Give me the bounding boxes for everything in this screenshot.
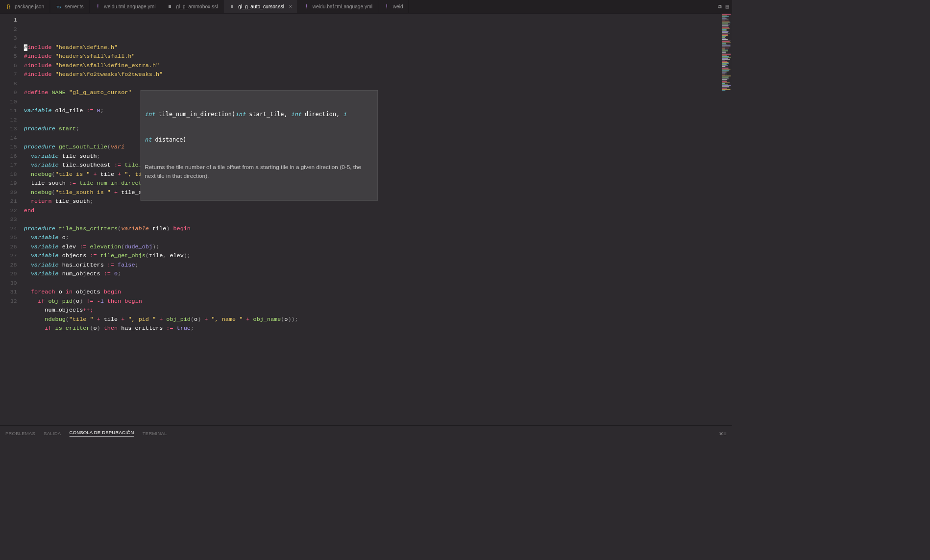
bang-icon: ! [303,3,310,10]
code-line[interactable]: foreach o in objects begin [24,288,732,296]
tab-label: package.json [15,3,44,9]
hover-tooltip: int tile_num_in_direction(int start_tile… [140,90,378,200]
line-number: 17 [0,161,17,170]
panel-tab-terminal[interactable]: TERMINAL [143,431,167,436]
code-line[interactable]: end [24,206,732,215]
line-number: 25 [0,233,17,242]
line-number: 12 [0,116,17,124]
line-number: 27 [0,251,17,260]
line-number: 23 [0,215,17,224]
code-line[interactable]: variable elev := elevation(dude_obj); [24,243,732,251]
code-line[interactable]: variable o; [24,233,732,242]
tab-actions: ⧉ ▤ [715,0,732,13]
line-number: 19 [0,179,17,188]
line-number: 32 [0,297,17,306]
code-line[interactable]: #include "headers\define.h" [24,43,732,52]
line-number: 28 [0,261,17,269]
code-line[interactable]: ndebug("tile " + tile + ", pid " + obj_p… [24,315,732,324]
line-number: 15 [0,143,17,151]
editor-tab-6[interactable]: !weid [378,0,409,13]
line-number: 3 [0,34,17,43]
line-number: 14 [0,134,17,143]
editor-tab-1[interactable]: TSserver.ts [50,0,89,13]
bang-icon: ! [384,3,390,10]
hover-documentation: Returns the tile number of a tile offset… [145,163,373,180]
panel-tab-output[interactable]: SALIDA [44,431,61,436]
editor-tabs-bar: {}package.jsonTSserver.ts!weidu.tmLangua… [0,0,732,14]
line-number: 29 [0,269,17,278]
line-number: 20 [0,188,17,197]
line-number-gutter: 1234567891011121314151617181920212223242… [0,14,24,426]
tab-label: weid [393,3,403,9]
close-icon[interactable]: × [289,3,292,10]
panel-tab-debug-console[interactable]: CONSOLA DE DEPURACIÓN [70,430,134,437]
tab-label: gl_g_ammobox.ssl [176,3,218,9]
hover-signature: int tile_num_in_direction(int start_tile… [145,110,373,118]
line-number: 5 [0,52,17,61]
editor-tab-3[interactable]: ≡gl_g_ammobox.ssl [161,0,223,13]
editor-tab-0[interactable]: {}package.json [0,0,50,13]
line-number: 4 [0,43,17,52]
code-line[interactable]: #include "headers\sfall\sfall.h" [24,52,732,61]
ts-icon: TS [55,3,62,10]
line-number: 2 [0,25,17,34]
code-line[interactable]: variable objects := tile_get_objs(tile, … [24,251,732,260]
line-number: 30 [0,279,17,288]
tab-label: server.ts [65,3,84,9]
line-number: 22 [0,206,17,215]
code-line[interactable]: #include "headers\sfall\define_extra.h" [24,61,732,70]
bottom-panel: PROBLEMAS SALIDA CONSOLA DE DEPURACIÓN T… [0,425,732,440]
editor-tab-4[interactable]: ≡gl_g_auto_cursor.ssl× [223,0,297,13]
line-number: 16 [0,152,17,161]
tab-label: weidu.tmLanguage.yml [104,3,155,9]
line-number: 24 [0,224,17,233]
editor-area: 1234567891011121314151617181920212223242… [0,14,732,426]
editor-tab-2[interactable]: !weidu.tmLanguage.yml [89,0,161,13]
line-number: 9 [0,88,17,97]
line-number: 31 [0,288,17,296]
code-line[interactable]: variable num_objects := 0; [24,269,732,278]
code-line[interactable]: if is_critter(o) then has_critters := tr… [24,324,732,333]
line-number: 7 [0,70,17,79]
hover-signature-line2: nt distance) [145,135,373,144]
tab-label: weidu.baf.tmLanguage.yml [313,3,372,9]
code-line[interactable]: if obj_pid(o) != -1 then begin [24,297,732,306]
line-number: 13 [0,124,17,133]
compare-icon[interactable]: ⧉ [718,3,722,10]
lines-icon: ≡ [167,3,173,10]
line-number: 10 [0,97,17,106]
line-number: 18 [0,170,17,179]
code-line[interactable] [24,79,732,88]
line-number: 6 [0,61,17,70]
bang-icon: ! [95,3,101,10]
line-number: 1 [0,16,17,24]
minimap[interactable] [721,14,732,83]
code-line[interactable]: #include "headers\fo2tweaks\fo2tweaks.h" [24,70,732,79]
clear-panel-icon[interactable]: ✕≡ [719,430,727,437]
editor-tab-5[interactable]: !weidu.baf.tmLanguage.yml [298,0,378,13]
code-line[interactable]: procedure tile_has_critters(variable til… [24,224,732,233]
line-number: 8 [0,79,17,88]
code-line[interactable] [24,279,732,288]
code-content[interactable]: int tile_num_in_direction(int start_tile… [24,14,732,426]
line-number: 21 [0,197,17,206]
braces-icon: {} [5,3,12,10]
line-number: 26 [0,243,17,251]
code-line[interactable]: num_objects++; [24,306,732,315]
code-line[interactable] [24,215,732,224]
line-number: 11 [0,106,17,115]
split-editor-icon[interactable]: ▤ [726,3,729,10]
panel-tab-problems[interactable]: PROBLEMAS [5,431,35,436]
lines-icon: ≡ [229,3,235,10]
tab-label: gl_g_auto_cursor.ssl [238,3,284,9]
code-line[interactable]: variable has_critters := false; [24,261,732,269]
